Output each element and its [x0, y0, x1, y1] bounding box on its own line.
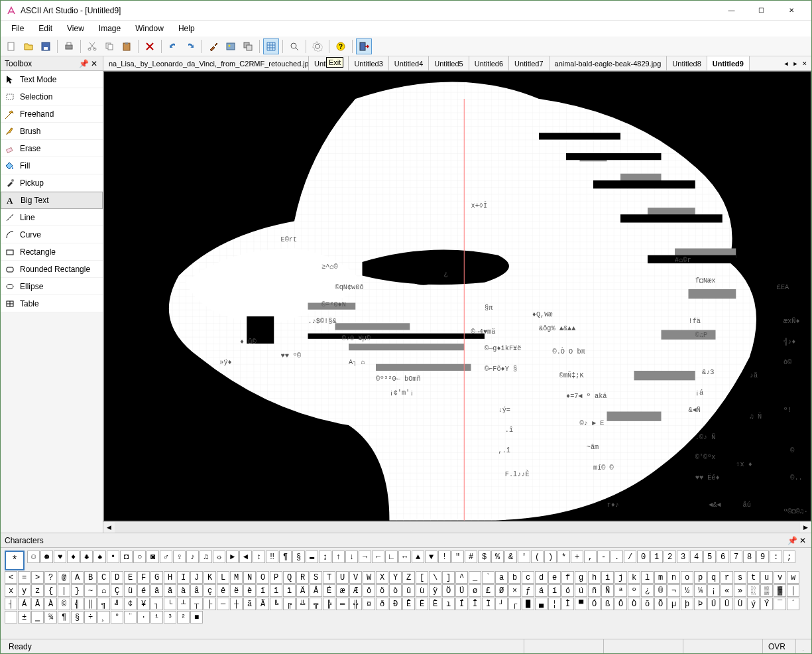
char-cell[interactable]: ®: [654, 584, 667, 597]
char-cell[interactable]: v: [774, 571, 786, 584]
char-cell[interactable]: ¤: [363, 598, 375, 610]
char-cell[interactable]: ¥: [137, 598, 150, 610]
tab-prev-button[interactable]: ◄: [782, 60, 790, 67]
char-cell[interactable]: ─: [217, 598, 229, 610]
char-cell[interactable]: █: [522, 598, 534, 610]
char-cell[interactable]: Ì: [561, 598, 574, 610]
char-cell[interactable]: Ù: [734, 598, 746, 610]
char-cell[interactable]: ¿: [641, 584, 654, 597]
menu-file[interactable]: File: [5, 22, 30, 35]
char-cell[interactable]: │: [787, 584, 799, 597]
char-cell[interactable]: ▀: [575, 598, 587, 610]
char-cell[interactable]: ┘: [495, 598, 508, 610]
char-cell[interactable]: S: [310, 571, 322, 584]
char-cell[interactable]: ╚: [270, 598, 282, 610]
char-cell[interactable]: Ú: [707, 598, 720, 610]
char-cell[interactable]: Ñ: [601, 584, 614, 597]
char-cell[interactable]: ¹: [150, 611, 163, 623]
char-cell[interactable]: à: [177, 584, 190, 597]
char-cell[interactable]: 8: [743, 551, 756, 563]
close-panel-icon[interactable]: ✕: [798, 536, 807, 545]
char-cell[interactable]: ¾: [44, 611, 57, 623]
char-cell[interactable]: ═: [336, 598, 349, 610]
char-cell[interactable]: ©: [58, 598, 70, 610]
char-cell[interactable]: -: [597, 551, 610, 563]
char-cell[interactable]: ,: [584, 551, 597, 563]
char-cell[interactable]: þ: [681, 598, 693, 610]
tools-button[interactable]: [205, 38, 221, 54]
layers-button[interactable]: [240, 38, 256, 54]
document-tab[interactable]: Untitled8: [667, 56, 707, 70]
char-cell[interactable]: Z: [402, 571, 415, 584]
char-cell[interactable]: w: [787, 571, 799, 584]
char-cell[interactable]: ∟: [385, 551, 398, 563]
char-cell[interactable]: ½: [681, 584, 693, 597]
char-cell[interactable]: ╝: [111, 598, 123, 610]
char-cell[interactable]: ": [451, 551, 464, 563]
char-cell[interactable]: °: [111, 611, 123, 623]
char-cell[interactable]: ░: [747, 584, 760, 597]
char-cell[interactable]: J: [190, 571, 203, 584]
char-cell[interactable]: ○: [133, 551, 146, 563]
char-cell[interactable]: ±: [18, 611, 30, 623]
char-cell[interactable]: ¬: [667, 584, 680, 597]
char-cell[interactable]: ╠: [323, 598, 335, 610]
char-cell[interactable]: b: [508, 571, 521, 584]
char-cell[interactable]: H: [164, 571, 176, 584]
redo-button[interactable]: [182, 38, 198, 54]
char-cell[interactable]: &: [504, 551, 517, 563]
tool-select[interactable]: Selection: [1, 88, 103, 105]
char-cell[interactable]: ø: [469, 584, 481, 597]
char-cell[interactable]: ~: [84, 584, 97, 597]
document-tab[interactable]: na_Lisa,_by_Leonardo_da_Vinci,_from_C2RM…: [103, 56, 309, 70]
char-cell[interactable]: Í: [455, 598, 468, 610]
char-cell[interactable]: D: [111, 571, 123, 584]
char-cell[interactable]: Û: [721, 598, 733, 610]
char-cell[interactable]: Þ: [694, 598, 707, 610]
char-cell[interactable]: ┼: [230, 598, 243, 610]
char-cell[interactable]: ‗: [31, 611, 44, 623]
char-cell[interactable]: ]: [442, 571, 455, 584]
char-cell[interactable]: ├: [203, 598, 216, 610]
char-cell[interactable]: Ä: [296, 584, 309, 597]
char-cell[interactable]: Å: [310, 584, 322, 597]
undo-button[interactable]: [165, 38, 181, 54]
char-cell[interactable]: ☺: [27, 551, 40, 563]
char-cell[interactable]: L: [217, 571, 229, 584]
char-cell[interactable]: u: [760, 571, 773, 584]
tool-fill[interactable]: Fill: [1, 157, 103, 174]
char-cell[interactable]: ö: [376, 584, 388, 597]
char-cell[interactable]: ‼: [266, 551, 278, 563]
char-cell[interactable]: Ò: [628, 598, 640, 610]
char-cell[interactable]: Á: [18, 598, 30, 610]
char-cell[interactable]: 3: [677, 551, 689, 563]
char-cell[interactable]: ▄: [535, 598, 548, 610]
char-cell[interactable]: Ë: [416, 598, 428, 610]
char-cell[interactable]: [: [416, 571, 428, 584]
char-cell[interactable]: 0: [637, 551, 650, 563]
save-file-button[interactable]: [38, 38, 54, 54]
char-cell[interactable]: W: [363, 571, 375, 584]
scroll-left-button[interactable]: ◀: [103, 522, 115, 533]
menu-edit[interactable]: Edit: [32, 22, 59, 35]
minimize-button[interactable]: —: [717, 1, 746, 20]
char-cell[interactable]: P: [270, 571, 282, 584]
char-cell[interactable]: «: [721, 584, 733, 597]
char-cell[interactable]: V: [349, 571, 362, 584]
char-cell[interactable]: ²: [177, 611, 190, 623]
char-cell[interactable]: Ô: [614, 598, 627, 610]
tool-table[interactable]: Table: [1, 295, 103, 312]
char-cell[interactable]: ◘: [120, 551, 133, 563]
scroll-right-button[interactable]: ▶: [800, 522, 811, 533]
char-cell[interactable]: C: [97, 571, 110, 584]
tool-curve[interactable]: Curve: [1, 226, 103, 243]
char-cell[interactable]: ┤: [5, 598, 17, 610]
char-cell[interactable]: ³: [164, 611, 176, 623]
char-cell[interactable]: @: [58, 571, 70, 584]
char-cell[interactable]: ×: [508, 584, 521, 597]
char-cell[interactable]: ´: [787, 598, 799, 610]
image-props-button[interactable]: [223, 38, 239, 54]
char-cell[interactable]: ­: [5, 611, 17, 623]
char-cell[interactable]: ù: [416, 584, 428, 597]
char-cell[interactable]: é: [137, 584, 150, 597]
